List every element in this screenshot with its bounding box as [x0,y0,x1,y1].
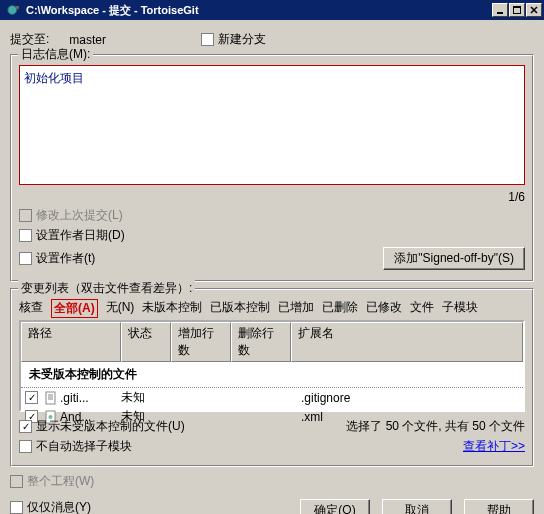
close-button[interactable] [526,3,542,17]
window-buttons [492,3,542,17]
tab-submodules[interactable]: 子模块 [442,299,478,318]
file-icon [44,391,58,405]
commit-message-input[interactable] [19,65,525,185]
tab-versioned[interactable]: 已版本控制 [210,299,270,318]
tab-check[interactable]: 核查 [19,299,43,318]
file-ext: .xml [301,410,323,424]
no-auto-submod-checkbox[interactable] [19,440,32,453]
set-author-label: 设置作者(t) [36,250,95,267]
svg-rect-1 [497,12,503,14]
help-button[interactable]: 帮助 [464,499,534,514]
tab-unversioned[interactable]: 未版本控制 [142,299,202,318]
col-ext[interactable]: 扩展名 [291,322,523,362]
maximize-button[interactable] [509,3,525,17]
tab-none[interactable]: 无(N) [106,299,135,318]
no-auto-submod-label: 不自动选择子模块 [36,438,132,455]
msg-only-label: 仅仅消息(Y) [27,499,91,514]
file-status: 未知 [121,389,171,406]
new-branch-checkbox[interactable] [201,33,214,46]
col-del-lines[interactable]: 删除行数 [231,322,291,362]
filter-tabs: 核查 全部(A) 无(N) 未版本控制 已版本控制 已增加 已删除 已修改 文件… [19,299,525,318]
app-icon [6,2,22,18]
col-path[interactable]: 路径 [21,322,121,362]
file-name: .giti... [60,391,89,405]
table-header: 路径 状态 增加行数 删除行数 扩展名 [21,322,523,362]
window-title: C:\Workspace - 提交 - TortoiseGit [26,3,492,18]
file-list[interactable]: 路径 状态 增加行数 删除行数 扩展名 未受版本控制的文件 .giti... 未… [19,320,525,412]
col-add-lines[interactable]: 增加行数 [171,322,231,362]
row-checkbox[interactable] [25,391,38,404]
view-patch-link[interactable]: 查看补丁>> [463,438,525,455]
message-counter: 1/6 [19,190,525,204]
dialog-content: 提交至: master 新建分支 日志信息(M): 1/6 修改上次提交(L) … [0,20,544,514]
ok-button[interactable]: 确定(O) [300,499,370,514]
changes-group: 变更列表（双击文件查看差异）: 核查 全部(A) 无(N) 未版本控制 已版本控… [10,288,534,467]
set-date-label: 设置作者日期(D) [36,227,125,244]
new-branch-label: 新建分支 [218,31,266,48]
branch-name: master [69,33,106,47]
set-author-checkbox[interactable] [19,252,32,265]
whole-project-checkbox [10,475,23,488]
changes-group-label: 变更列表（双击文件查看差异）: [18,280,195,297]
svg-rect-4 [46,392,55,404]
selection-summary: 选择了 50 个文件, 共有 50 个文件 [346,418,525,435]
section-unversioned: 未受版本控制的文件 [21,362,523,388]
titlebar: C:\Workspace - 提交 - TortoiseGit [0,0,544,20]
footer-buttons: 确定(O) 取消 帮助 [300,499,534,514]
tab-all[interactable]: 全部(A) [51,299,98,318]
table-row[interactable]: .giti... 未知 .gitignore [21,388,523,407]
svg-rect-3 [513,6,521,8]
col-status[interactable]: 状态 [121,322,171,362]
amend-checkbox[interactable] [19,209,32,222]
tab-files[interactable]: 文件 [410,299,434,318]
log-group-label: 日志信息(M): [18,46,93,63]
show-unversioned-checkbox[interactable] [19,420,32,433]
tab-deleted[interactable]: 已删除 [322,299,358,318]
show-unversioned-label: 显示未受版本控制的文件(U) [36,418,185,435]
tab-modified[interactable]: 已修改 [366,299,402,318]
msg-only-checkbox[interactable] [10,501,23,514]
file-ext: .gitignore [301,391,350,405]
set-date-checkbox[interactable] [19,229,32,242]
cancel-button[interactable]: 取消 [382,499,452,514]
whole-project-label: 整个工程(W) [27,473,94,490]
signoff-button[interactable]: 添加"Signed-off-by"(S) [383,247,525,270]
minimize-button[interactable] [492,3,508,17]
tab-added[interactable]: 已增加 [278,299,314,318]
amend-label: 修改上次提交(L) [36,207,123,224]
log-message-group: 日志信息(M): 1/6 修改上次提交(L) 设置作者日期(D) 设置作者(t)… [10,54,534,282]
